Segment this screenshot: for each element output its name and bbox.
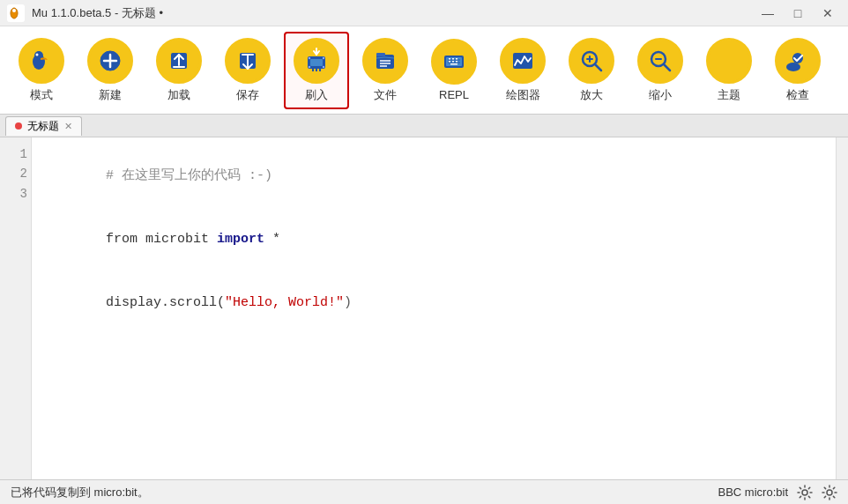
save-icon-circle bbox=[225, 38, 271, 84]
check-label: 检查 bbox=[786, 87, 809, 103]
files-button[interactable]: 文件 bbox=[353, 32, 418, 109]
status-bar: 已将代码复制到 micro:bit。 BBC micro:bit bbox=[0, 479, 848, 504]
app-title: Mu 1.1.0.beta.5 - 无标题 • bbox=[32, 5, 163, 21]
zoom-out-icon-circle bbox=[637, 38, 683, 84]
status-message: 已将代码复制到 micro:bit。 bbox=[11, 485, 149, 500]
check-button[interactable]: 检查 bbox=[765, 32, 830, 109]
minimize-button[interactable]: — bbox=[755, 4, 781, 22]
zoom-in-button[interactable]: 放大 bbox=[559, 32, 624, 109]
repl-label: REPL bbox=[439, 88, 469, 101]
tab-untitled[interactable]: 无标题 ✕ bbox=[5, 116, 82, 136]
tab-close-icon[interactable]: ✕ bbox=[64, 122, 72, 131]
load-button[interactable]: 加载 bbox=[146, 32, 212, 109]
maximize-button[interactable]: □ bbox=[785, 4, 811, 22]
svg-rect-34 bbox=[452, 58, 454, 60]
svg-rect-38 bbox=[456, 61, 457, 63]
settings-gear-icon-1[interactable] bbox=[797, 485, 813, 500]
save-label: 保存 bbox=[236, 87, 259, 103]
zoom-out-button[interactable]: 缩小 bbox=[628, 32, 693, 109]
svg-point-19 bbox=[323, 65, 324, 67]
zoom-out-label: 缩小 bbox=[649, 87, 672, 103]
code-comment-1: # 在这里写上你的代码 :-) bbox=[106, 168, 272, 183]
svg-point-1 bbox=[12, 9, 16, 12]
line-numbers: 1 2 3 bbox=[0, 137, 32, 479]
svg-rect-35 bbox=[456, 58, 457, 60]
title-bar-left: Mu 1.1.0.beta.5 - 无标题 • bbox=[7, 4, 163, 22]
svg-point-17 bbox=[323, 56, 324, 58]
mode-label: 模式 bbox=[30, 87, 53, 103]
close-button[interactable]: ✕ bbox=[815, 4, 841, 22]
tab-label: 无标题 bbox=[27, 119, 59, 134]
check-icon-circle bbox=[775, 38, 821, 84]
code-string-hello: "Hello, World!" bbox=[225, 295, 344, 310]
new-label: 新建 bbox=[99, 87, 122, 103]
files-icon-circle bbox=[362, 38, 408, 84]
svg-rect-36 bbox=[449, 61, 450, 63]
title-bar: Mu 1.1.0.beta.5 - 无标题 • — □ ✕ bbox=[0, 0, 848, 26]
theme-button[interactable]: 主题 bbox=[696, 32, 762, 109]
svg-line-46 bbox=[664, 64, 670, 70]
svg-point-51 bbox=[827, 490, 832, 495]
line-num-2: 2 bbox=[7, 164, 27, 183]
line-num-3: 3 bbox=[7, 184, 27, 204]
code-from: from microbit bbox=[106, 232, 217, 247]
svg-point-49 bbox=[786, 63, 800, 71]
code-close-paren: ) bbox=[344, 295, 352, 310]
status-right: BBC micro:bit bbox=[718, 485, 837, 500]
svg-line-42 bbox=[595, 64, 601, 70]
title-bar-controls: — □ ✕ bbox=[755, 4, 841, 22]
files-label: 文件 bbox=[374, 87, 397, 103]
scrollbar[interactable] bbox=[836, 137, 848, 479]
svg-rect-39 bbox=[450, 63, 457, 65]
flash-button[interactable]: 刷入 bbox=[284, 32, 349, 109]
code-star: * bbox=[264, 232, 280, 247]
svg-point-18 bbox=[309, 65, 310, 67]
toolbar: 模式 新建 加载 bbox=[0, 26, 848, 115]
code-editor[interactable]: # 在这里写上你的代码 :-) from microbit import * d… bbox=[32, 137, 848, 479]
code-line-3: display.scroll("Hello, World!") bbox=[42, 271, 837, 335]
repl-button[interactable]: REPL bbox=[421, 32, 487, 109]
zoom-in-icon-circle bbox=[569, 38, 614, 84]
svg-point-50 bbox=[802, 490, 807, 495]
code-display-scroll: display.scroll( bbox=[106, 295, 225, 310]
load-icon-circle bbox=[156, 38, 202, 84]
flash-icon-circle bbox=[294, 38, 339, 84]
plotter-icon-circle bbox=[500, 38, 546, 84]
repl-icon-circle bbox=[431, 39, 477, 85]
svg-point-16 bbox=[309, 56, 310, 58]
svg-rect-37 bbox=[452, 61, 454, 63]
tab-bar: 无标题 ✕ bbox=[0, 115, 848, 137]
svg-rect-15 bbox=[310, 59, 323, 66]
plotter-button[interactable]: 绘图器 bbox=[490, 32, 555, 109]
new-button[interactable]: 新建 bbox=[78, 32, 143, 109]
theme-icon-circle bbox=[706, 38, 752, 84]
flash-label: 刷入 bbox=[305, 87, 328, 103]
code-line-2: from microbit import * bbox=[42, 208, 837, 271]
editor-area[interactable]: 1 2 3 # 在这里写上你的代码 :-) from microbit impo… bbox=[0, 137, 848, 479]
code-import-kw: import bbox=[217, 232, 264, 247]
new-icon-circle bbox=[87, 38, 133, 84]
zoom-in-label: 放大 bbox=[580, 87, 603, 103]
load-label: 加载 bbox=[167, 87, 190, 103]
svg-rect-25 bbox=[376, 53, 385, 56]
save-button[interactable]: 保存 bbox=[215, 32, 280, 109]
app-logo bbox=[7, 4, 25, 22]
svg-rect-33 bbox=[449, 58, 450, 60]
theme-label: 主题 bbox=[718, 87, 740, 103]
mode-button[interactable]: 模式 bbox=[9, 32, 74, 109]
plotter-label: 绘图器 bbox=[506, 87, 540, 103]
tab-modified-dot bbox=[15, 122, 22, 130]
device-name: BBC micro:bit bbox=[718, 485, 788, 499]
settings-gear-icon-2[interactable] bbox=[822, 485, 837, 500]
code-line-1: # 在这里写上你的代码 :-) bbox=[42, 145, 837, 208]
mode-icon-circle bbox=[19, 38, 64, 84]
line-num-1: 1 bbox=[7, 145, 27, 164]
svg-point-4 bbox=[36, 53, 39, 56]
